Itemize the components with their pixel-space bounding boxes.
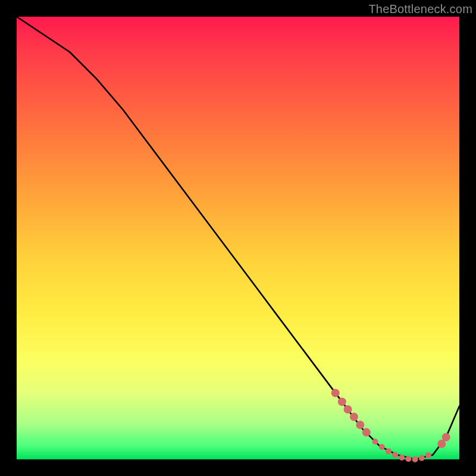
chart-stage: TheBottleneck.com — [0, 0, 476, 476]
chart-overlay-svg — [17, 17, 459, 459]
highlight-point — [386, 449, 392, 455]
highlight-point — [399, 455, 405, 461]
highlight-point — [425, 452, 431, 458]
highlight-point — [372, 439, 378, 444]
highlight-points-group — [331, 389, 450, 462]
highlight-point — [419, 455, 425, 461]
highlight-point — [379, 444, 385, 450]
highlight-point — [442, 433, 450, 441]
highlight-point — [344, 405, 352, 414]
highlight-point — [350, 413, 358, 421]
highlight-point — [405, 456, 411, 462]
bottleneck-curve — [17, 17, 459, 459]
highlight-point — [331, 389, 340, 397]
highlight-point — [362, 428, 371, 437]
highlight-point — [338, 397, 346, 406]
curve-path-group — [17, 17, 459, 459]
attribution-label: TheBottleneck.com — [368, 2, 472, 16]
highlight-point — [412, 456, 418, 462]
highlight-point — [392, 452, 398, 458]
highlight-point — [356, 421, 364, 429]
